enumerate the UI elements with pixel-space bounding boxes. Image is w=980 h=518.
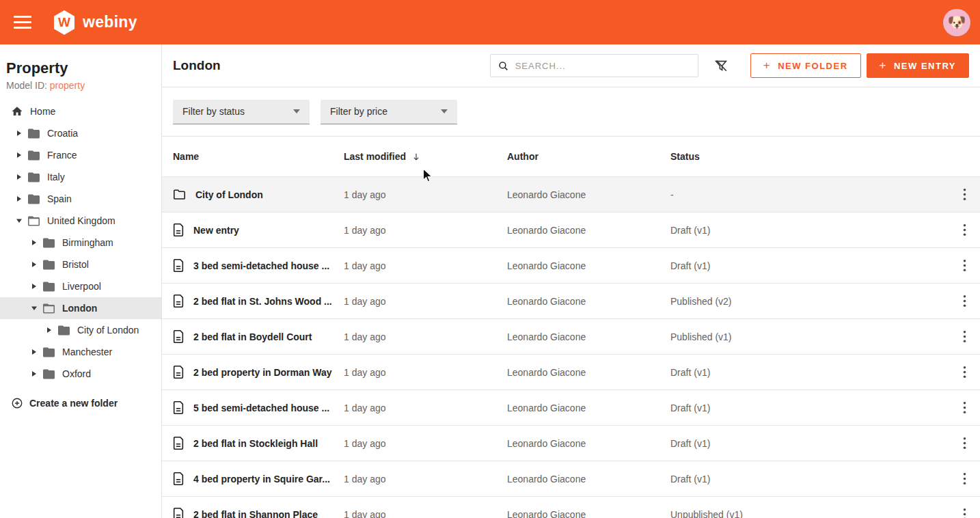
entry-name[interactable]: 2 bed flat in St. Johns Wood ... — [193, 296, 332, 307]
table-row[interactable]: New entry 1 day ago Leonardo Giacone Dra… — [162, 212, 980, 247]
sidebar-item-home[interactable]: Home — [0, 100, 161, 122]
sidebar-folder-oxford[interactable]: Oxford — [0, 363, 161, 385]
folder-icon — [27, 193, 40, 205]
folder-tree: Croatia France Italy — [0, 122, 161, 385]
sidebar-folder-manchester[interactable]: Manchester — [0, 341, 161, 363]
search-box — [490, 54, 698, 77]
chevron-right-icon[interactable] — [15, 195, 23, 202]
chevron-down-icon[interactable] — [30, 305, 38, 311]
sidebar-folder-city-of-london[interactable]: City of London — [0, 319, 161, 341]
app-header: W webiny 🐶 — [0, 0, 980, 44]
folder-label: Italy — [47, 172, 65, 182]
table-row[interactable]: 2 bed flat in St. Johns Wood ... 1 day a… — [162, 283, 980, 318]
chevron-right-icon[interactable] — [15, 152, 23, 159]
search-input[interactable] — [515, 61, 691, 71]
model-id-value[interactable]: property — [50, 80, 85, 91]
new-folder-button[interactable]: + NEW FOLDER — [750, 53, 861, 78]
chevron-down-icon[interactable] — [15, 218, 23, 223]
folder-icon — [42, 281, 55, 292]
sidebar-folder-italy[interactable]: Italy — [0, 166, 161, 188]
filter-by-status-dropdown[interactable]: Filter by status — [173, 100, 310, 124]
table-row[interactable]: 2 bed flat in Shannon Place 1 day ago Le… — [162, 496, 980, 518]
filter-by-price-dropdown[interactable]: Filter by price — [321, 100, 457, 124]
document-icon — [173, 437, 184, 450]
column-header-last-modified[interactable]: Last modified — [344, 151, 507, 162]
create-new-folder-button[interactable]: Create a new folder — [0, 392, 118, 414]
entry-name[interactable]: City of London — [195, 189, 263, 200]
chevron-right-icon[interactable] — [30, 261, 38, 268]
kebab-menu-icon[interactable] — [960, 398, 969, 417]
sidebar-folder-london[interactable]: London — [0, 297, 161, 319]
kebab-menu-icon[interactable] — [960, 363, 969, 381]
chevron-right-icon[interactable] — [15, 174, 23, 180]
entry-status: Unpublished (v1) — [670, 509, 942, 518]
kebab-menu-icon[interactable] — [960, 185, 969, 204]
entry-name[interactable]: 3 bed semi-detached house ... — [193, 260, 329, 271]
sort-descending-arrow-icon[interactable] — [411, 152, 421, 162]
new-entry-label: NEW ENTRY — [894, 61, 956, 71]
entry-name[interactable]: 2 bed flat in Stockleigh Hall — [193, 438, 318, 449]
sidebar-folder-croatia[interactable]: Croatia — [0, 122, 161, 144]
entry-status: - — [670, 189, 942, 200]
entry-name[interactable]: New entry — [193, 225, 239, 236]
kebab-menu-icon[interactable] — [960, 256, 969, 275]
kebab-menu-icon[interactable] — [960, 292, 969, 310]
table-row[interactable]: 2 bed flat in Stockleigh Hall 1 day ago … — [162, 425, 980, 461]
sidebar-folder-liverpool[interactable]: Liverpool — [0, 275, 161, 297]
kebab-menu-icon[interactable] — [960, 434, 969, 452]
chevron-right-icon[interactable] — [15, 130, 23, 137]
webiny-hexagon-icon: W — [52, 10, 77, 36]
folder-label: Spain — [47, 193, 72, 204]
folder-label: Oxford — [62, 368, 91, 379]
hamburger-menu-icon[interactable] — [14, 16, 31, 29]
webiny-logo[interactable]: W webiny — [52, 10, 137, 36]
filter-toggle-icon[interactable] — [713, 58, 729, 73]
folder-label: France — [47, 150, 77, 161]
sidebar-folder-spain[interactable]: Spain — [0, 188, 161, 210]
sidebar-folder-france[interactable]: France — [0, 144, 161, 166]
entry-name[interactable]: 2 bed flat in Boydell Court — [193, 331, 312, 342]
chevron-right-icon[interactable] — [45, 327, 53, 333]
entry-author: Leonardo Giacone — [507, 225, 670, 236]
filter-bar: Filter by status Filter by price — [162, 87, 980, 137]
chevron-right-icon[interactable] — [30, 239, 38, 246]
user-avatar[interactable]: 🐶 — [943, 9, 970, 36]
sidebar-folder-united-kingdom[interactable]: United Kingdom — [0, 210, 161, 232]
kebab-menu-icon[interactable] — [960, 221, 969, 239]
new-entry-button[interactable]: + NEW ENTRY — [867, 53, 969, 78]
table-row[interactable]: 2 bed property in Dorman Way 1 day ago L… — [162, 354, 980, 390]
table-row[interactable]: 3 bed semi-detached house ... 1 day ago … — [162, 247, 980, 283]
table-row[interactable]: City of London 1 day ago Leonardo Giacon… — [162, 176, 980, 212]
chevron-right-icon[interactable] — [30, 370, 38, 377]
table-row[interactable]: 4 bed property in Squire Gar... 1 day ag… — [162, 461, 980, 496]
entry-name[interactable]: 4 bed property in Squire Gar... — [193, 474, 330, 485]
chevron-right-icon[interactable] — [30, 283, 38, 290]
entry-name[interactable]: 5 bed semi-detached house ... — [193, 403, 329, 413]
column-header-author[interactable]: Author — [507, 151, 670, 162]
sidebar-folder-bristol[interactable]: Bristol — [0, 254, 161, 275]
sidebar-folder-birmingham[interactable]: Birmingham — [0, 232, 161, 254]
kebab-menu-icon[interactable] — [960, 327, 969, 346]
column-header-name[interactable]: Name — [173, 151, 344, 162]
circled-plus-icon — [11, 397, 23, 409]
filter-status-label: Filter by status — [182, 106, 245, 117]
table-row[interactable]: 2 bed flat in Boydell Court 1 day ago Le… — [162, 318, 980, 354]
entry-name[interactable]: 2 bed property in Dorman Way — [193, 367, 332, 378]
table-row[interactable]: 5 bed semi-detached house ... 1 day ago … — [162, 390, 980, 425]
document-icon — [173, 259, 184, 272]
column-header-status[interactable]: Status — [670, 151, 942, 162]
entry-author: Leonardo Giacone — [507, 367, 670, 378]
plus-icon: + — [880, 59, 887, 72]
chevron-right-icon[interactable] — [30, 349, 38, 355]
document-icon — [173, 223, 184, 236]
kebab-menu-icon[interactable] — [960, 505, 969, 518]
entry-last-modified: 1 day ago — [344, 474, 507, 485]
home-icon — [11, 105, 23, 118]
page-title: London — [173, 58, 221, 73]
entry-name[interactable]: 2 bed flat in Shannon Place — [193, 509, 318, 518]
kebab-menu-icon[interactable] — [960, 469, 969, 488]
folder-icon — [27, 172, 40, 183]
folder-icon — [57, 325, 70, 336]
entry-last-modified: 1 day ago — [344, 296, 507, 307]
document-icon — [173, 366, 184, 379]
